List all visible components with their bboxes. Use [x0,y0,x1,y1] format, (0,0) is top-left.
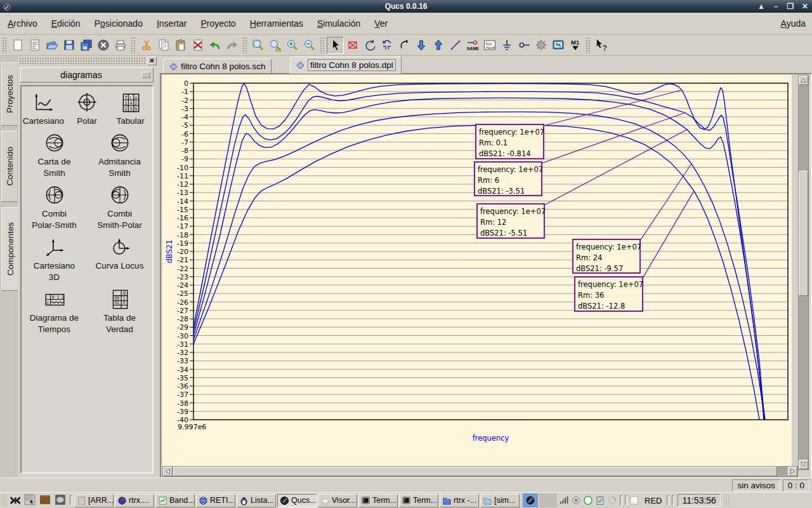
dock-drag-handle[interactable] [19,57,146,65]
marker-box-1[interactable]: frequency: 1e+07Rm: 0.1dBS21: -0.814 [476,124,544,159]
taskbar-button-reti[interactable]: RETI... [196,494,235,507]
horizontal-scrollbar[interactable] [162,466,798,477]
close-button[interactable]: ✕ [801,0,809,13]
diagram-item-combi-smith-polar[interactable]: CombiSmith-Polar [88,184,152,231]
taskbar-button-visor[interactable]: Visor... [318,494,357,507]
new-text-button[interactable] [26,37,43,54]
diagram-item-cartesian[interactable]: Cartesiano [22,91,65,127]
sidebar-tab-componentes[interactable]: Componentes [1,207,18,291]
diagram-item-combi-polar-smith[interactable]: CombiPolar-Smith [23,184,86,231]
taskbar-button-band[interactable]: Band... [155,494,195,507]
copy-button[interactable] [155,37,172,54]
clock[interactable]: 11:53:56 [678,494,720,507]
taskbar-grip[interactable] [724,495,729,506]
diagram-item-smith[interactable]: Carta deSmith [23,132,86,179]
zoom-out-button[interactable] [301,37,318,54]
dither-box-icon[interactable] [24,494,37,507]
tab-filtro-cohn-8-polos-sch[interactable]: filtro Cohn 8 polos.sch [163,58,272,74]
menu-insertar[interactable]: Insertar [150,16,193,31]
open-button[interactable] [43,37,60,54]
simulate-button[interactable] [549,37,566,54]
diagram-item-timing-diagram[interactable]: 0 1 2cDiagrama deTiempos [23,288,86,335]
wire-button[interactable] [447,37,464,54]
vertical-scrollbar[interactable] [798,75,809,470]
deactivate-button[interactable] [344,37,361,54]
horizontal-scroll-thumb[interactable] [173,467,777,476]
undo-button[interactable] [206,37,223,54]
taskbar-button-qucs[interactable]: Qucs... [277,494,317,507]
paste-button[interactable] [172,37,189,54]
taskbar-button-arr[interactable]: [ARR... [74,494,114,507]
help-whatsthis-button[interactable]: ? [593,37,610,54]
subcircuit-down-button[interactable] [412,37,429,54]
scroll-right-button[interactable] [788,467,797,476]
taskbar-button-term[interactable]: Term... [399,494,438,507]
dock-close-button[interactable]: ✕ [147,57,157,65]
signal-bars-icon[interactable] [559,495,570,506]
plot-canvas[interactable]: 0-1-2-3-4-5-6-7-8-9-10-11-12-13-14-15-16… [162,75,792,469]
mirror-y-button[interactable] [395,37,412,54]
menu-simulación[interactable]: Simulación [311,16,367,31]
settings-gear-button[interactable] [532,37,549,54]
diagram-item-smith-admittance[interactable]: AdmitanciaSmith [88,132,152,179]
marker-m1-button[interactable]: M1 [566,37,584,54]
shade-button[interactable]: ▲ [757,0,766,13]
diagram-item-polar[interactable]: Polar [65,91,109,127]
scroll-left-button[interactable] [163,467,173,476]
circle-x-icon[interactable] [571,495,582,506]
cut-button[interactable] [138,37,155,54]
clipboard-icon[interactable] [595,495,606,506]
menu-herramientas[interactable]: Herramientas [244,16,310,31]
scroll-up-button[interactable] [799,76,808,85]
equation-button[interactable]: f(u)=u+4 [481,37,498,54]
drawer-icon[interactable] [39,494,52,507]
new-button[interactable] [9,37,26,54]
save-all-button[interactable] [77,37,95,54]
marker-box-2[interactable]: frequency: 1e+07Rm: 6dBS21: -3.51 [475,162,543,196]
marker-box-4[interactable]: frequency: 1e+07Rm: 24dBS21: -9.57 [573,239,641,273]
menu-ayuda[interactable]: Ayuda [775,16,812,31]
taskbar-button-sim[interactable]: [sim... [480,494,520,507]
toolbar-handle[interactable] [131,37,136,53]
toolbar-handle[interactable] [586,37,591,53]
menu-posicionado[interactable]: Posicionado [88,16,149,31]
qucs-tray-icon[interactable] [523,493,538,507]
diagram-item-curve-locus[interactable]: Curva Locus [88,236,152,283]
taskbar-button-rtrx[interactable]: rtrx -... [440,494,479,507]
scroll-down-button[interactable] [799,460,808,469]
close-file-button[interactable] [95,37,112,54]
ground-button[interactable] [498,37,515,54]
toolbar-handle[interactable] [320,37,325,53]
toolbar-handle[interactable] [2,37,7,53]
zoom-in-button[interactable] [284,37,301,54]
taskbar-button-lista[interactable]: Lista... [237,494,276,507]
butterfly-icon[interactable] [9,494,22,507]
sidebar-tab-proyectos[interactable]: Proyectos [1,62,17,126]
minimize-button[interactable]: – [771,0,780,13]
zoom-1-1-button[interactable]: 1:1 [266,37,284,54]
taskbar-button-term[interactable]: Term... [358,494,398,507]
taskbar-button-rtrx[interactable]: rtrx.... [115,494,154,507]
spiral-icon[interactable] [607,495,618,506]
port-button[interactable] [515,37,532,54]
oval-icon[interactable] [55,494,67,507]
select-button[interactable] [327,37,344,54]
white-box-icon[interactable] [629,495,640,506]
maximize-button[interactable]: ❐ [786,0,795,13]
redo-button[interactable] [223,37,240,54]
save-button[interactable] [60,37,77,54]
diagram-item-truth-table[interactable]: Q001010Tabla deVerdad [88,288,152,335]
mirror-x-button[interactable] [378,37,395,54]
diagram-category-combo[interactable]: diagramas [20,67,154,83]
plot-page[interactable]: 0-1-2-3-4-5-6-7-8-9-10-11-12-13-14-15-16… [162,75,792,469]
menu-edición[interactable]: Edición [45,16,87,31]
vertical-scroll-thumb[interactable] [799,171,808,296]
subcircuit-up-button[interactable] [429,37,447,54]
sidebar-tab-contenido[interactable]: Contenido [1,131,17,202]
toolbar-handle[interactable] [242,37,247,53]
green-oval-icon[interactable] [583,495,594,506]
marker-box-3[interactable]: frequency: 1e+07Rm: 12dBS21: -5.51 [477,204,546,238]
zoom-fit-button[interactable] [249,37,266,54]
diagram-item-cartesian-3d[interactable]: Cartesiano3D [23,236,86,283]
name-label-button[interactable]: NAME [464,37,481,54]
